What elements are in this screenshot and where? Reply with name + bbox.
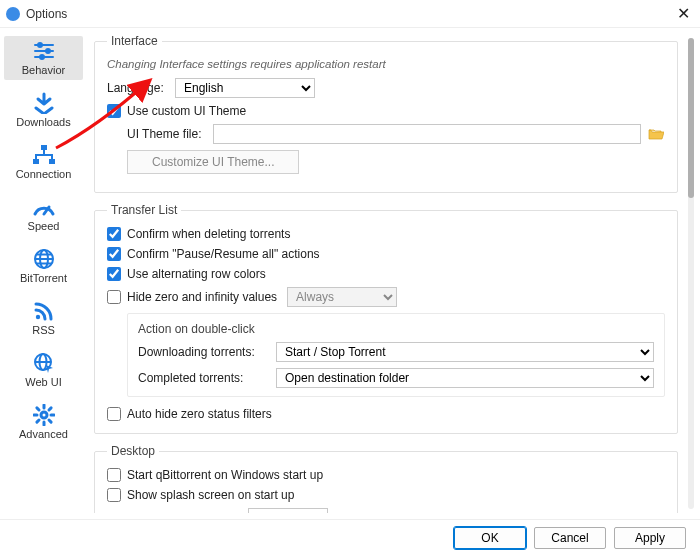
customize-theme-button[interactable]: Customize UI Theme... xyxy=(127,150,299,174)
sliders-icon xyxy=(30,40,58,62)
sidebar-item-label: Advanced xyxy=(19,428,68,440)
folder-open-icon[interactable] xyxy=(647,126,665,142)
confirm-pause-label: Confirm "Pause/Resume all" actions xyxy=(127,247,320,261)
language-select[interactable]: English xyxy=(175,78,315,98)
language-label: Language: xyxy=(107,81,169,95)
dialog-buttons: OK Cancel Apply xyxy=(0,519,700,555)
sidebar-item-downloads[interactable]: Downloads xyxy=(4,88,83,132)
sidebar-item-behavior[interactable]: Behavior xyxy=(4,36,83,80)
completed-action-select[interactable]: Open destination folder xyxy=(276,368,654,388)
scrollbar-thumb[interactable] xyxy=(688,38,694,198)
start-on-boot-checkbox[interactable] xyxy=(107,468,121,482)
svg-rect-7 xyxy=(33,159,39,164)
globe-icon xyxy=(30,248,58,270)
group-transfer-list: Transfer List Confirm when deleting torr… xyxy=(94,203,678,434)
sidebar-item-bittorrent[interactable]: BitTorrent xyxy=(4,244,83,288)
sidebar-item-advanced[interactable]: Advanced xyxy=(4,400,83,444)
auto-hide-checkbox[interactable] xyxy=(107,407,121,421)
dialog-body: Behavior Downloads Connection Speed BitT… xyxy=(0,28,700,519)
hide-zero-checkbox[interactable] xyxy=(107,290,121,304)
titlebar: Options ✕ xyxy=(0,0,700,28)
sidebar-item-speed[interactable]: Speed xyxy=(4,192,83,236)
app-icon xyxy=(6,7,20,21)
group-legend: Interface xyxy=(107,34,162,48)
splash-label: Show splash screen on start up xyxy=(127,488,294,502)
gear-icon xyxy=(30,404,58,426)
svg-point-5 xyxy=(40,55,44,59)
svg-point-15 xyxy=(35,315,39,319)
window-state-label: Window state on start up: xyxy=(107,511,242,513)
svg-point-3 xyxy=(38,43,42,47)
sidebar-item-label: Web UI xyxy=(25,376,61,388)
hide-zero-label: Hide zero and infinity values xyxy=(127,290,277,304)
downloading-action-label: Downloading torrents: xyxy=(138,345,270,359)
confirm-pause-checkbox[interactable] xyxy=(107,247,121,261)
group-interface: Interface Changing Interface settings re… xyxy=(94,34,678,193)
sidebar-item-label: BitTorrent xyxy=(20,272,67,284)
close-icon[interactable]: ✕ xyxy=(673,4,694,23)
svg-rect-8 xyxy=(49,159,55,164)
svg-line-27 xyxy=(49,408,51,410)
ok-button[interactable]: OK xyxy=(454,527,526,549)
sidebar: Behavior Downloads Connection Speed BitT… xyxy=(0,28,88,519)
confirm-delete-label: Confirm when deleting torrents xyxy=(127,227,290,241)
completed-action-label: Completed torrents: xyxy=(138,371,270,385)
sidebar-item-label: Speed xyxy=(28,220,60,232)
download-icon xyxy=(30,92,58,114)
network-icon xyxy=(30,144,58,166)
svg-point-19 xyxy=(41,412,47,418)
group-desktop: Desktop Start qBittorrent on Windows sta… xyxy=(94,444,678,513)
vertical-scrollbar[interactable] xyxy=(688,38,694,509)
window-title: Options xyxy=(26,7,673,21)
sidebar-item-label: Connection xyxy=(16,168,72,180)
double-click-group: Action on double-click Downloading torre… xyxy=(127,313,665,397)
theme-file-label: UI Theme file: xyxy=(127,127,207,141)
svg-rect-6 xyxy=(41,145,47,150)
svg-line-24 xyxy=(36,408,38,410)
svg-line-25 xyxy=(49,420,51,422)
alt-rows-checkbox[interactable] xyxy=(107,267,121,281)
splash-checkbox[interactable] xyxy=(107,488,121,502)
restart-note: Changing Interface settings requires app… xyxy=(107,58,665,70)
window-state-select[interactable]: Normal xyxy=(248,508,328,513)
downloading-action-select[interactable]: Start / Stop Torrent xyxy=(276,342,654,362)
gauge-icon xyxy=(30,196,58,218)
confirm-delete-checkbox[interactable] xyxy=(107,227,121,241)
sidebar-item-connection[interactable]: Connection xyxy=(4,140,83,184)
theme-file-input[interactable] xyxy=(213,124,641,144)
use-custom-theme-checkbox[interactable] xyxy=(107,104,121,118)
hide-zero-mode-select: Always xyxy=(287,287,397,307)
start-on-boot-label: Start qBittorrent on Windows start up xyxy=(127,468,323,482)
use-custom-theme-label: Use custom UI Theme xyxy=(127,104,246,118)
sidebar-item-webui[interactable]: Web UI xyxy=(4,348,83,392)
group-legend: Desktop xyxy=(107,444,159,458)
sidebar-item-label: Downloads xyxy=(16,116,70,128)
group-legend: Transfer List xyxy=(107,203,181,217)
alt-rows-label: Use alternating row colors xyxy=(127,267,266,281)
svg-line-26 xyxy=(36,420,38,422)
sidebar-item-rss[interactable]: RSS xyxy=(4,296,83,340)
cancel-button[interactable]: Cancel xyxy=(534,527,606,549)
svg-point-4 xyxy=(46,49,50,53)
globe-cursor-icon xyxy=(30,352,58,374)
auto-hide-label: Auto hide zero status filters xyxy=(127,407,272,421)
apply-button[interactable]: Apply xyxy=(614,527,686,549)
double-click-title: Action on double-click xyxy=(138,322,654,336)
rss-icon xyxy=(30,300,58,322)
content-area: Interface Changing Interface settings re… xyxy=(88,28,700,519)
sidebar-item-label: RSS xyxy=(32,324,55,336)
sidebar-item-label: Behavior xyxy=(22,64,65,76)
